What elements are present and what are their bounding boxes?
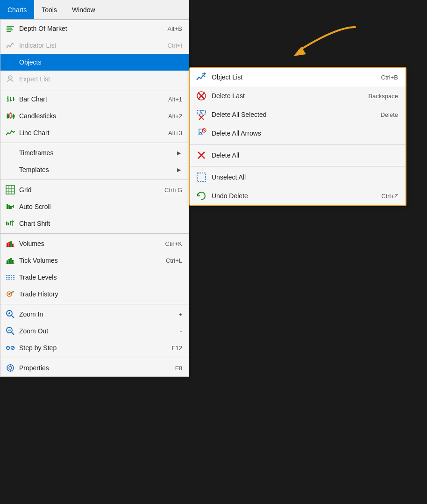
deletelast-icon xyxy=(196,90,207,101)
zoomout-label: Zoom Out xyxy=(19,327,171,335)
timeframes-icon xyxy=(5,148,15,158)
deleteallarrows-label: Delete All Arrows xyxy=(212,130,398,137)
tradelevels-icon xyxy=(5,272,15,282)
menu-item-tradelevels[interactable]: Trade Levels xyxy=(0,269,189,286)
menu-item-objects[interactable]: Objects xyxy=(0,54,189,71)
indicator-icon xyxy=(5,40,15,50)
menu-item-candlesticks[interactable]: Candlesticks Alt+2 xyxy=(0,108,189,124)
menu-item-depth[interactable]: Depth Of Market Alt+B xyxy=(0,20,189,37)
menu-item-indicator[interactable]: Indicator List Ctrl+I xyxy=(0,37,189,54)
svg-rect-33 xyxy=(6,222,7,225)
submenu-item-undodelete[interactable]: Undo Delete Ctrl+Z xyxy=(190,187,406,205)
deleteallselected-label: Delete All Selected xyxy=(212,111,380,118)
expert-label: Expert List xyxy=(19,75,182,83)
svg-rect-1 xyxy=(7,28,12,29)
depth-icon xyxy=(5,23,15,34)
submenu-item-unselectall[interactable]: Unselect All xyxy=(190,168,406,187)
zoomin-shortcut: + xyxy=(178,311,182,318)
svg-rect-18 xyxy=(10,114,12,117)
svg-rect-29 xyxy=(7,204,8,209)
objects-icon xyxy=(5,57,15,67)
candlesticks-shortcut: Alt+2 xyxy=(168,113,182,120)
submenu-item-objectlist[interactable]: Object List Ctrl+B xyxy=(190,68,406,86)
svg-rect-5 xyxy=(9,77,11,79)
deleteall-label: Delete All xyxy=(212,151,398,159)
properties-label: Properties xyxy=(19,364,166,372)
svg-marker-80 xyxy=(199,129,202,132)
menu-bar: Charts Tools Window xyxy=(0,0,189,20)
stepbystep-label: Step by Step xyxy=(19,344,163,352)
svg-rect-38 xyxy=(8,242,10,247)
svg-line-83 xyxy=(203,130,206,132)
undodelete-icon xyxy=(196,190,207,202)
menu-item-stepbystep[interactable]: Step by Step F12 xyxy=(0,339,189,356)
submenu-separator-1 xyxy=(190,144,406,144)
deleteallselected-shortcut: Delete xyxy=(380,111,398,118)
svg-rect-42 xyxy=(7,260,8,264)
separator-3 xyxy=(0,180,189,180)
svg-point-53 xyxy=(13,291,14,293)
autoscroll-icon xyxy=(5,202,15,212)
autoscroll-label: Auto Scroll xyxy=(19,203,182,210)
svg-rect-24 xyxy=(6,186,14,194)
svg-rect-86 xyxy=(197,173,206,181)
deletelast-shortcut: Backspace xyxy=(368,93,398,100)
menu-item-properties[interactable]: Properties F8 xyxy=(0,360,189,376)
menu-item-grid[interactable]: Grid Ctrl+G xyxy=(0,181,189,198)
menu-item-expert[interactable]: Expert List xyxy=(0,71,189,87)
depth-label: Depth Of Market xyxy=(19,25,158,32)
svg-rect-30 xyxy=(8,205,10,209)
properties-shortcut: F8 xyxy=(175,365,182,372)
timeframes-arrow: ► xyxy=(176,149,182,157)
menu-item-zoomin[interactable]: Zoom In + xyxy=(0,306,189,323)
menu-item-volumes[interactable]: Volumes Ctrl+K xyxy=(0,235,189,252)
submenu-item-deletelast[interactable]: Delete Last Backspace xyxy=(190,86,406,105)
menu-item-templates[interactable]: Templates ► xyxy=(0,161,189,178)
templates-icon xyxy=(5,165,15,175)
svg-rect-15 xyxy=(7,115,9,118)
separator-2 xyxy=(0,143,189,143)
separator-6 xyxy=(0,358,189,358)
menu-charts[interactable]: Charts xyxy=(0,0,34,19)
tickvolumes-icon xyxy=(5,255,15,266)
svg-rect-21 xyxy=(13,115,14,117)
menu-item-tickvolumes[interactable]: Tick Volumes Ctrl+L xyxy=(0,252,189,269)
menu-item-tradehistory[interactable]: Trade History xyxy=(0,286,189,302)
submenu-item-deleteallarrows[interactable]: Delete All Arrows xyxy=(190,124,406,143)
stepbystep-icon xyxy=(5,343,15,353)
tradelevels-label: Trade Levels xyxy=(19,274,182,281)
linechart-label: Line Chart xyxy=(19,129,159,137)
menu-item-zoomout[interactable]: Zoom Out - xyxy=(0,323,189,339)
menu-item-chartshift[interactable]: Chart Shift xyxy=(0,215,189,232)
svg-rect-0 xyxy=(7,26,14,27)
linechart-shortcut: Alt+3 xyxy=(168,130,182,137)
separator-4 xyxy=(0,233,189,234)
svg-point-67 xyxy=(9,367,12,369)
menu-item-timeframes[interactable]: Timeframes ► xyxy=(0,144,189,161)
zoomout-shortcut: - xyxy=(180,328,182,335)
menu-item-autoscroll[interactable]: Auto Scroll xyxy=(0,198,189,215)
objectlist-icon xyxy=(196,72,207,83)
depth-shortcut: Alt+B xyxy=(168,25,182,32)
zoomout-icon xyxy=(5,326,15,336)
svg-rect-45 xyxy=(12,260,14,264)
svg-line-60 xyxy=(12,332,14,335)
timeframes-label: Timeframes xyxy=(19,149,172,157)
menu-item-barchart[interactable]: Bar Chart Alt+1 xyxy=(0,91,189,108)
menu-item-linechart[interactable]: Line Chart Alt+3 xyxy=(0,124,189,141)
separator-1 xyxy=(0,89,189,89)
svg-rect-35 xyxy=(10,221,11,225)
svg-rect-37 xyxy=(7,243,8,247)
svg-marker-81 xyxy=(199,132,202,134)
menu-window[interactable]: Window xyxy=(64,0,103,19)
templates-label: Templates xyxy=(19,166,172,173)
tickvolumes-label: Tick Volumes xyxy=(19,257,157,264)
unselectall-icon xyxy=(196,172,207,183)
submenu-item-deleteallselected[interactable]: Delete All Selected Delete xyxy=(190,105,406,124)
menu-tools[interactable]: Tools xyxy=(34,0,64,19)
volumes-icon xyxy=(5,238,15,249)
expert-icon xyxy=(5,74,15,84)
submenu-item-deleteall[interactable]: Delete All xyxy=(190,146,406,165)
svg-rect-34 xyxy=(8,223,9,225)
chartshift-icon xyxy=(5,218,15,229)
